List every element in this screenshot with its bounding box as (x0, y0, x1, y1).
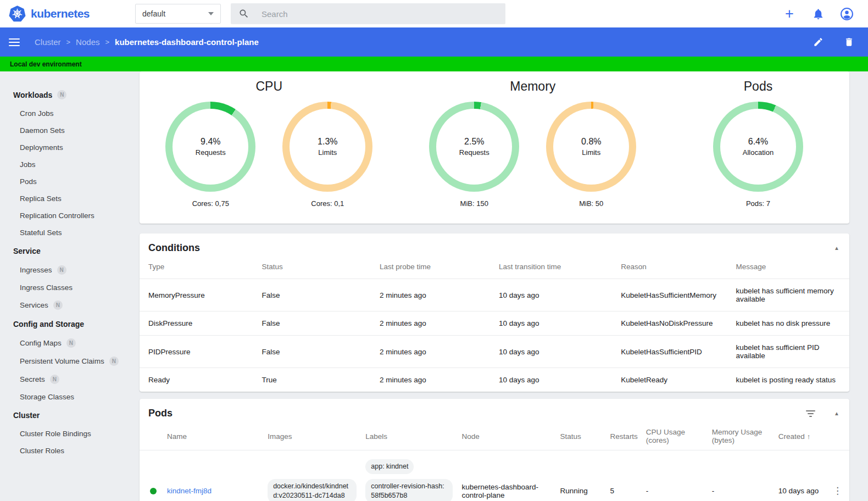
sidebar-item-cron-jobs[interactable]: Cron Jobs (0, 105, 135, 122)
breadcrumb-separator: > (66, 38, 71, 46)
pod-label-chip: app: kindnet (365, 459, 414, 474)
sidebar-item-label: Config Maps (20, 339, 62, 347)
condition-cell: MemoryPressure (140, 279, 257, 311)
column-header: Last probe time (375, 258, 494, 279)
sidebar-item-cluster-roles[interactable]: Cluster Roles (0, 442, 135, 459)
pod-node: kubernetes-dashboard-control-plane (457, 450, 555, 501)
search-input[interactable] (261, 9, 470, 19)
sidebar-item-label: Jobs (20, 160, 36, 169)
chart-group-cpu: CPU9.4%RequestsCores: 0,751.3%LimitsCore… (140, 75, 399, 224)
collapse-icon[interactable]: ▲ (834, 245, 839, 251)
sidebar-item-storage-classes[interactable]: Storage Classes (0, 388, 135, 405)
pod-label-chip: controller-revision-hash: 58f5b657b8 (365, 479, 453, 501)
namespace-selector[interactable]: default (135, 4, 221, 24)
sidebar-item-label: Secrets (20, 375, 45, 383)
condition-cell: kubelet has no disk pressure (732, 311, 850, 336)
sidebar-item-cluster-role-bindings[interactable]: Cluster Role Bindings (0, 425, 135, 442)
column-header: Type (140, 258, 257, 279)
sidebar: WorkloadsNCron JobsDaemon SetsDeployment… (0, 71, 135, 501)
condition-cell: DiskPressure (140, 311, 257, 336)
sidebar-item-pods[interactable]: Pods (0, 173, 135, 190)
sidebar-item-services[interactable]: ServicesN (0, 296, 135, 314)
sidebar-item-daemon-sets[interactable]: Daemon Sets (0, 122, 135, 139)
column-header: Node (457, 424, 555, 450)
pod-status-ok-icon (150, 488, 157, 494)
sidebar-section-config-and-storage: Config and Storage (0, 314, 135, 334)
sidebar-item-label: Stateful Sets (20, 229, 62, 237)
sidebar-item-label: Replication Controllers (20, 211, 94, 220)
trash-icon (844, 37, 854, 47)
donut-value: 6.4% (748, 137, 768, 147)
condition-cell: kubelet is posting ready status (732, 368, 850, 392)
sidebar-item-deployments[interactable]: Deployments (0, 139, 135, 156)
breadcrumb-separator: > (105, 38, 109, 46)
notifications-button[interactable] (811, 7, 825, 21)
update-badge: N (57, 265, 66, 275)
condition-cell: PIDPressure (140, 336, 257, 368)
donut-pods-allocation: 6.4%AllocationPods: 7 (713, 102, 803, 208)
breadcrumb-bar: Cluster > Nodes > kubernetes-dashboard-c… (0, 27, 868, 57)
pod-row: kindnet-fmj8d docker.io/kindest/kindnetd… (140, 450, 849, 501)
breadcrumb-nodes[interactable]: Nodes (76, 37, 99, 47)
condition-cell: 2 minutes ago (375, 336, 494, 368)
sidebar-section-label: Service (13, 247, 41, 255)
condition-cell: KubeletHasNoDiskPressure (616, 311, 731, 336)
sidebar-item-config-maps[interactable]: Config MapsN (0, 334, 135, 352)
sidebar-item-secrets[interactable]: SecretsN (0, 370, 135, 388)
search-bar[interactable] (231, 3, 505, 24)
collapse-icon[interactable]: ▲ (834, 410, 839, 416)
sidebar-item-ingresses[interactable]: IngressesN (0, 261, 135, 279)
condition-cell: kubelet has sufficient memory available (732, 279, 850, 311)
donut-value: 2.5% (464, 137, 484, 147)
column-header: CPU Usage (cores) (642, 424, 708, 450)
pod-name-link[interactable]: kindnet-fmj8d (167, 487, 212, 495)
menu-icon[interactable] (9, 38, 20, 46)
donut-center: 0.8%Limits (553, 109, 629, 185)
sidebar-section-service: Service (0, 241, 135, 261)
condition-cell: kubelet has sufficient PID available (732, 336, 850, 368)
pod-menu-icon[interactable]: ⋮ (833, 486, 842, 496)
chart-group-title: Pods (744, 79, 772, 94)
sidebar-item-label: Ingresses (20, 266, 52, 274)
kubernetes-logo[interactable]: kubernetes (9, 5, 135, 22)
delete-button[interactable] (842, 35, 856, 49)
pod-cpu-usage: - (642, 450, 708, 501)
user-account-button[interactable] (839, 7, 854, 21)
sidebar-item-label: Ingress Classes (20, 283, 73, 292)
donut-cpu-requests: 9.4%RequestsCores: 0,75 (165, 102, 255, 208)
donut-memory-limits: 0.8%LimitsMiB: 50 (546, 102, 636, 208)
donut-value: 9.4% (201, 137, 220, 147)
condition-cell: 10 days ago (494, 368, 616, 392)
pod-restarts: 5 (606, 450, 642, 501)
sidebar-item-label: Persistent Volume Claims (20, 357, 104, 365)
donut-center: 9.4%Requests (173, 109, 248, 185)
condition-cell: True (257, 368, 375, 392)
sidebar-item-persistent-volume-claims[interactable]: Persistent Volume ClaimsN (0, 352, 135, 370)
logo-wordmark: kubernetes (31, 7, 90, 20)
donut-ring: 6.4%Allocation (713, 102, 803, 192)
filter-icon[interactable] (806, 408, 815, 419)
create-resource-button[interactable]: + (782, 7, 797, 21)
breadcrumb-cluster[interactable]: Cluster (35, 37, 61, 47)
donut-caption: Cores: 0,1 (311, 199, 344, 208)
sidebar-item-label: Deployments (20, 143, 63, 152)
condition-cell: KubeletHasSufficientMemory (616, 279, 731, 311)
sidebar-item-label: Services (20, 301, 48, 309)
pod-memory-usage: - (708, 450, 774, 501)
condition-cell: 2 minutes ago (375, 311, 494, 336)
column-header[interactable]: Created↑ (774, 424, 828, 450)
sidebar-item-ingress-classes[interactable]: Ingress Classes (0, 279, 135, 296)
sidebar-item-replica-sets[interactable]: Replica Sets (0, 190, 135, 207)
sidebar-item-replication-controllers[interactable]: Replication Controllers (0, 207, 135, 224)
sidebar-item-jobs[interactable]: Jobs (0, 156, 135, 173)
sidebar-item-stateful-sets[interactable]: Stateful Sets (0, 224, 135, 241)
pencil-icon (813, 37, 824, 47)
sidebar-item-label: Storage Classes (20, 393, 74, 401)
condition-cell: False (257, 336, 375, 368)
donut-label: Requests (196, 148, 226, 157)
chart-group-memory: Memory2.5%RequestsMiB: 1500.8%LimitsMiB:… (399, 75, 667, 224)
edit-button[interactable] (811, 35, 825, 49)
resource-actions (811, 35, 856, 49)
donut-cpu-limits: 1.3%LimitsCores: 0,1 (282, 102, 372, 208)
sidebar-item-label: Cluster Role Bindings (20, 430, 91, 438)
